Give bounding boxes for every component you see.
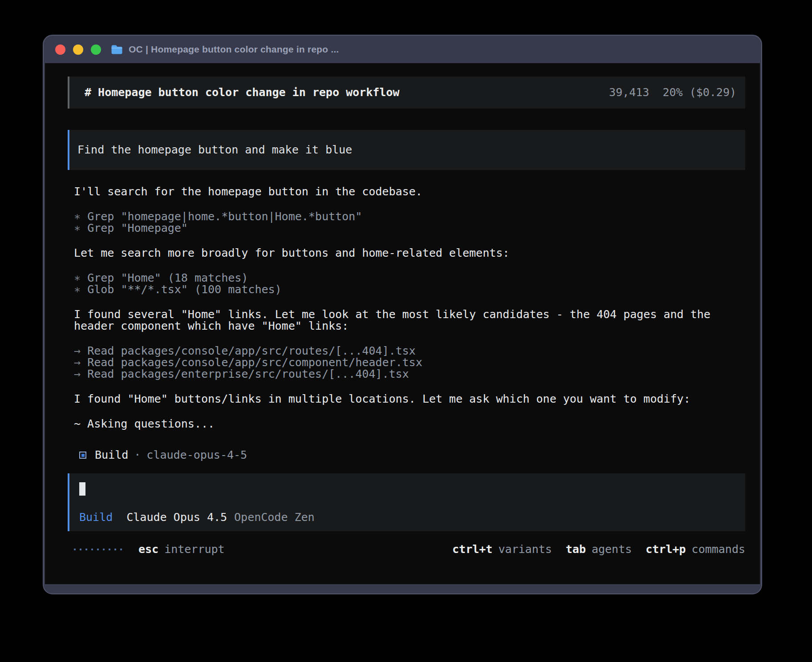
hint-commands: ctrl+p commands xyxy=(646,544,745,555)
read-arrow-icon: → xyxy=(74,344,81,357)
input-model-label: Claude Opus 4.5 xyxy=(126,512,227,523)
session-header: # Homepage button color change in repo w… xyxy=(68,77,745,109)
hint-key: ctrl+t xyxy=(452,544,492,555)
working-status-text: ~ Asking questions... xyxy=(68,418,745,430)
read-arrow-icon: → xyxy=(74,356,81,369)
tool-call-text: Grep "homepage|home.*button|Home.*button… xyxy=(87,210,362,223)
tool-call-group: → Read packages/console/app/src/routes/[… xyxy=(68,345,745,380)
assistant-paragraph: I found several "Home" links. Let me loo… xyxy=(68,309,745,332)
agent-name: Build xyxy=(95,449,128,461)
working-status: ~ Asking questions... xyxy=(68,418,745,430)
spinner-dots-icon xyxy=(74,549,122,550)
window-titlebar[interactable]: OC | Homepage button color change in rep… xyxy=(44,36,761,63)
assistant-paragraph: Let me search more broadly for buttons a… xyxy=(68,247,745,259)
user-message-text: Find the homepage button and make it blu… xyxy=(77,143,352,156)
tool-call-text: Read packages/console/app/src/component/… xyxy=(87,356,422,369)
context-usage: 20% ($0.29) xyxy=(662,87,736,98)
assistant-text: I'll search for the homepage button in t… xyxy=(68,186,745,198)
terminal-window: OC | Homepage button color change in rep… xyxy=(43,35,762,594)
tool-call: ∗ Grep "Homepage" xyxy=(68,222,745,234)
hint-key: ctrl+p xyxy=(646,544,686,555)
read-arrow-icon: → xyxy=(74,367,81,380)
input-provider-label: OpenCode Zen xyxy=(234,512,315,523)
tool-bullet-icon: ∗ xyxy=(74,222,81,234)
tool-call: ∗ Grep "Home" (18 matches) xyxy=(68,272,745,284)
session-stats: 39,413 20% ($0.29) xyxy=(609,87,736,98)
desktop: { "colors": { "accent_blue": "#4f8fe8", … xyxy=(0,0,812,662)
hint-label: agents xyxy=(592,544,632,555)
maximize-button[interactable] xyxy=(91,44,101,55)
tool-call-text: Glob "**/*.tsx" (100 matches) xyxy=(87,283,282,296)
assistant-text: Let me search more broadly for buttons a… xyxy=(68,247,745,259)
input-meta-row: Build Claude Opus 4.5 OpenCode Zen xyxy=(79,512,736,523)
tool-call-text: Grep "Home" (18 matches) xyxy=(87,271,248,284)
esc-key-label: interrupt xyxy=(164,544,224,555)
terminal-content: # Homepage button color change in repo w… xyxy=(45,63,760,584)
tool-call-text: Read packages/enterprise/src/routes/[...… xyxy=(87,367,409,380)
tool-call: → Read packages/enterprise/src/routes/[.… xyxy=(68,368,745,380)
tool-call-group: ∗ Grep "Home" (18 matches) ∗ Glob "**/*.… xyxy=(68,272,745,295)
tool-call-text: Grep "Homepage" xyxy=(87,222,188,234)
hint-key: tab xyxy=(566,544,586,555)
tool-call-text: Read packages/console/app/src/routes/[..… xyxy=(87,344,416,357)
esc-key-hint: esc xyxy=(138,544,158,555)
status-bar: esc interrupt ctrl+t variants tab agents… xyxy=(68,544,745,555)
minimize-button[interactable] xyxy=(73,44,83,55)
hint-variants: ctrl+t variants xyxy=(452,544,552,555)
tool-call: ∗ Grep "homepage|home.*button|Home.*butt… xyxy=(68,211,745,222)
assistant-text: I found "Home" buttons/links in multiple… xyxy=(68,393,745,405)
input-agent-label[interactable]: Build xyxy=(79,512,113,523)
agent-model: claude-opus-4-5 xyxy=(146,449,247,461)
hint-label: commands xyxy=(692,544,745,555)
keyboard-hints: ctrl+t variants tab agents ctrl+p comman… xyxy=(452,544,745,555)
folder-icon xyxy=(111,44,123,55)
close-button[interactable] xyxy=(55,44,65,55)
prompt-input[interactable]: Build Claude Opus 4.5 OpenCode Zen xyxy=(68,473,745,531)
assistant-paragraph: I'll search for the homepage button in t… xyxy=(68,186,745,198)
user-message: Find the homepage button and make it blu… xyxy=(68,130,745,170)
token-count: 39,413 xyxy=(609,87,649,98)
tool-bullet-icon: ∗ xyxy=(74,210,81,223)
agent-square-icon xyxy=(79,452,86,459)
assistant-text: I found several "Home" links. Let me loo… xyxy=(68,309,745,332)
tool-call: ∗ Glob "**/*.tsx" (100 matches) xyxy=(68,284,745,295)
agent-separator-dot: · xyxy=(134,449,141,461)
session-title: # Homepage button color change in repo w… xyxy=(85,87,399,98)
agent-status-row: Build · claude-opus-4-5 xyxy=(68,449,745,461)
tool-call: → Read packages/console/app/src/routes/[… xyxy=(68,345,745,357)
tool-bullet-icon: ∗ xyxy=(74,283,81,296)
assistant-paragraph: I found "Home" buttons/links in multiple… xyxy=(68,393,745,405)
window-title: OC | Homepage button color change in rep… xyxy=(129,44,339,55)
window-bottom-edge xyxy=(44,584,761,593)
hint-agents: tab agents xyxy=(566,544,632,555)
traffic-lights xyxy=(55,44,101,55)
tool-bullet-icon: ∗ xyxy=(74,271,81,284)
tool-call-group: ∗ Grep "homepage|home.*button|Home.*butt… xyxy=(68,211,745,234)
tool-call: → Read packages/console/app/src/componen… xyxy=(68,357,745,368)
text-cursor[interactable] xyxy=(79,482,85,496)
hint-label: variants xyxy=(498,544,552,555)
